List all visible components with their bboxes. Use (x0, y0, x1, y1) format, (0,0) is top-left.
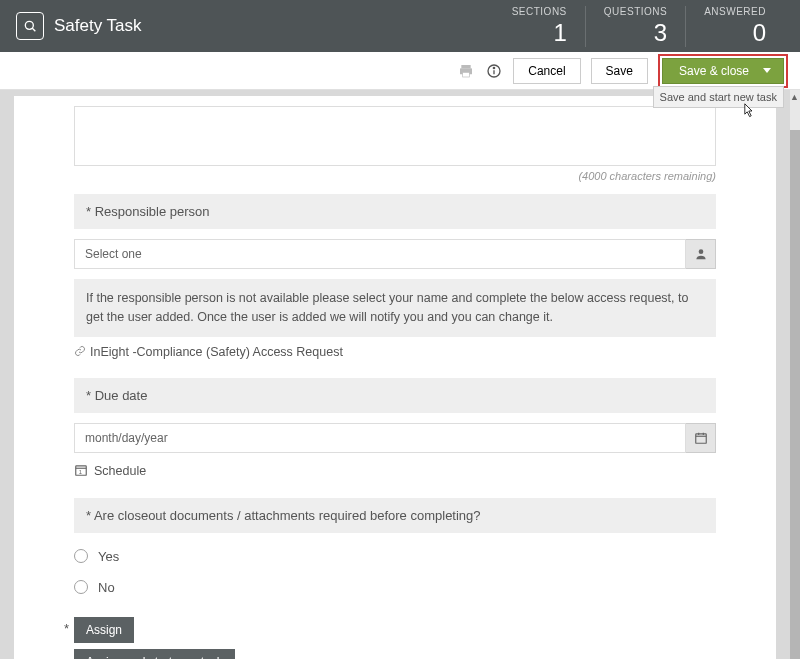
stat-value: 0 (704, 19, 766, 47)
svg-rect-4 (463, 72, 470, 77)
calendar-icon[interactable] (686, 423, 716, 453)
stat-label: ANSWERED (704, 6, 766, 17)
stat-answered: ANSWERED 0 (685, 6, 784, 47)
select-placeholder[interactable]: Select one (74, 239, 686, 269)
closeout-label: * Are closeout documents / attachments r… (74, 498, 716, 533)
responsible-info-text: If the responsible person is not availab… (74, 279, 716, 337)
assign-button[interactable]: Assign (74, 617, 134, 643)
content-wrap: (4000 characters remaining) * Responsibl… (0, 90, 800, 659)
svg-rect-2 (462, 65, 471, 68)
schedule-icon: 1 (74, 463, 88, 480)
responsible-person-label: * Responsible person (74, 194, 716, 229)
radio-no-label: No (98, 580, 115, 595)
access-request-link-text: InEight -Compliance (Safety) Access Requ… (90, 345, 343, 359)
svg-line-1 (32, 28, 35, 31)
svg-text:1: 1 (79, 469, 82, 475)
stat-value: 1 (512, 19, 567, 47)
save-close-dropdown-item[interactable]: Save and start new task (653, 86, 784, 108)
search-hex-icon (16, 12, 44, 40)
svg-point-8 (698, 249, 703, 254)
cancel-button[interactable]: Cancel (513, 58, 580, 84)
assign-start-new-button[interactable]: Assign and start new task (74, 649, 235, 660)
access-request-link[interactable]: InEight -Compliance (Safety) Access Requ… (74, 345, 716, 360)
vertical-scrollbar[interactable]: ▲ (790, 90, 800, 659)
radio-yes[interactable]: Yes (74, 549, 716, 564)
description-textarea[interactable] (74, 106, 716, 166)
assign-area: * Assign Assign and start new task (74, 617, 716, 660)
stat-label: SECTIONS (512, 6, 567, 17)
radio-yes-label: Yes (98, 549, 119, 564)
stat-value: 3 (604, 19, 667, 47)
required-star: * (64, 621, 69, 636)
stat-sections: SECTIONS 1 (494, 6, 585, 47)
scroll-up-arrow-icon[interactable]: ▲ (790, 92, 799, 102)
radio-icon (74, 580, 88, 594)
cursor-icon (740, 102, 756, 123)
save-close-button[interactable]: Save & close (662, 58, 784, 84)
save-close-highlight: Save & close Save and start new task (658, 54, 788, 88)
schedule-link[interactable]: 1 Schedule (74, 463, 716, 480)
due-date-label: * Due date (74, 378, 716, 413)
page-title: Safety Task (54, 16, 494, 36)
stat-questions: QUESTIONS 3 (585, 6, 685, 47)
svg-rect-9 (695, 433, 706, 442)
save-button[interactable]: Save (591, 58, 648, 84)
toolbar: Cancel Save Save & close Save and start … (0, 52, 800, 90)
app-header: Safety Task SECTIONS 1 QUESTIONS 3 ANSWE… (0, 0, 800, 52)
header-stats: SECTIONS 1 QUESTIONS 3 ANSWERED 0 (494, 6, 784, 47)
scroll-thumb[interactable] (790, 130, 800, 659)
radio-no[interactable]: No (74, 580, 716, 595)
due-date-input[interactable]: month/day/year (74, 423, 686, 453)
svg-point-0 (25, 21, 33, 29)
due-date-input-row[interactable]: month/day/year (74, 423, 716, 453)
info-icon[interactable] (485, 62, 503, 80)
schedule-label: Schedule (94, 464, 146, 478)
form-content: (4000 characters remaining) * Responsibl… (14, 96, 776, 659)
stat-label: QUESTIONS (604, 6, 667, 17)
link-icon (74, 345, 86, 360)
svg-point-7 (494, 67, 495, 68)
chevron-down-icon[interactable] (763, 68, 771, 73)
print-icon[interactable] (457, 62, 475, 80)
responsible-person-select[interactable]: Select one (74, 239, 716, 269)
save-close-label: Save & close (679, 64, 749, 78)
radio-icon (74, 549, 88, 563)
person-icon[interactable] (686, 239, 716, 269)
char-remaining-label: (4000 characters remaining) (14, 170, 716, 182)
